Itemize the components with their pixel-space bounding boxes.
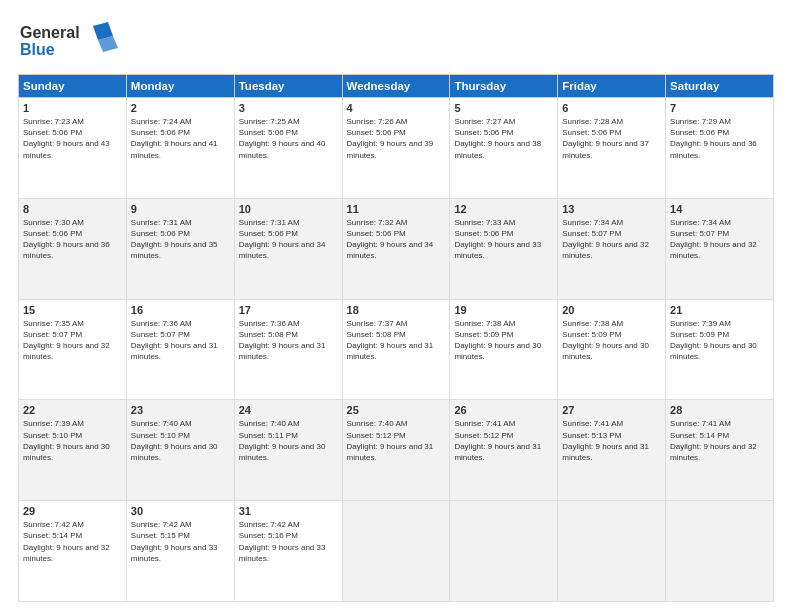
header-row: Sunday Monday Tuesday Wednesday Thursday… xyxy=(19,75,774,98)
table-row: 9 Sunrise: 7:31 AMSunset: 5:06 PMDayligh… xyxy=(126,198,234,299)
table-row: 30 Sunrise: 7:42 AMSunset: 5:15 PMDaylig… xyxy=(126,501,234,602)
table-row: 23 Sunrise: 7:40 AMSunset: 5:10 PMDaylig… xyxy=(126,400,234,501)
calendar-row: 29 Sunrise: 7:42 AMSunset: 5:14 PMDaylig… xyxy=(19,501,774,602)
day-number: 17 xyxy=(239,304,338,316)
day-number: 28 xyxy=(670,404,769,416)
table-row: 22 Sunrise: 7:39 AMSunset: 5:10 PMDaylig… xyxy=(19,400,127,501)
table-row: 6 Sunrise: 7:28 AMSunset: 5:06 PMDayligh… xyxy=(558,98,666,199)
day-info: Sunrise: 7:30 AMSunset: 5:06 PMDaylight:… xyxy=(23,217,122,262)
table-row: 17 Sunrise: 7:36 AMSunset: 5:08 PMDaylig… xyxy=(234,299,342,400)
table-row: 11 Sunrise: 7:32 AMSunset: 5:06 PMDaylig… xyxy=(342,198,450,299)
logo: General Blue xyxy=(18,18,123,64)
day-number: 13 xyxy=(562,203,661,215)
page: General Blue Sunday Monday Tuesday Wedne… xyxy=(0,0,792,612)
day-number: 14 xyxy=(670,203,769,215)
day-number: 24 xyxy=(239,404,338,416)
day-number: 19 xyxy=(454,304,553,316)
day-info: Sunrise: 7:27 AMSunset: 5:06 PMDaylight:… xyxy=(454,116,553,161)
logo-icon: General Blue xyxy=(18,18,123,60)
table-row: 13 Sunrise: 7:34 AMSunset: 5:07 PMDaylig… xyxy=(558,198,666,299)
calendar-row: 22 Sunrise: 7:39 AMSunset: 5:10 PMDaylig… xyxy=(19,400,774,501)
table-row: 7 Sunrise: 7:29 AMSunset: 5:06 PMDayligh… xyxy=(666,98,774,199)
table-row: 3 Sunrise: 7:25 AMSunset: 5:06 PMDayligh… xyxy=(234,98,342,199)
calendar-row: 15 Sunrise: 7:35 AMSunset: 5:07 PMDaylig… xyxy=(19,299,774,400)
day-number: 27 xyxy=(562,404,661,416)
col-sunday: Sunday xyxy=(19,75,127,98)
table-row: 25 Sunrise: 7:40 AMSunset: 5:12 PMDaylig… xyxy=(342,400,450,501)
day-number: 26 xyxy=(454,404,553,416)
table-row xyxy=(342,501,450,602)
day-info: Sunrise: 7:23 AMSunset: 5:06 PMDaylight:… xyxy=(23,116,122,161)
table-row: 12 Sunrise: 7:33 AMSunset: 5:06 PMDaylig… xyxy=(450,198,558,299)
day-number: 30 xyxy=(131,505,230,517)
day-number: 5 xyxy=(454,102,553,114)
day-number: 12 xyxy=(454,203,553,215)
svg-text:Blue: Blue xyxy=(20,41,55,58)
day-number: 16 xyxy=(131,304,230,316)
day-info: Sunrise: 7:42 AMSunset: 5:16 PMDaylight:… xyxy=(239,519,338,564)
table-row xyxy=(450,501,558,602)
day-number: 23 xyxy=(131,404,230,416)
day-number: 1 xyxy=(23,102,122,114)
col-tuesday: Tuesday xyxy=(234,75,342,98)
day-info: Sunrise: 7:32 AMSunset: 5:06 PMDaylight:… xyxy=(347,217,446,262)
day-number: 29 xyxy=(23,505,122,517)
day-info: Sunrise: 7:31 AMSunset: 5:06 PMDaylight:… xyxy=(131,217,230,262)
day-info: Sunrise: 7:28 AMSunset: 5:06 PMDaylight:… xyxy=(562,116,661,161)
day-info: Sunrise: 7:38 AMSunset: 5:09 PMDaylight:… xyxy=(454,318,553,363)
day-info: Sunrise: 7:26 AMSunset: 5:06 PMDaylight:… xyxy=(347,116,446,161)
col-thursday: Thursday xyxy=(450,75,558,98)
table-row: 15 Sunrise: 7:35 AMSunset: 5:07 PMDaylig… xyxy=(19,299,127,400)
table-row: 31 Sunrise: 7:42 AMSunset: 5:16 PMDaylig… xyxy=(234,501,342,602)
day-info: Sunrise: 7:35 AMSunset: 5:07 PMDaylight:… xyxy=(23,318,122,363)
day-info: Sunrise: 7:41 AMSunset: 5:13 PMDaylight:… xyxy=(562,418,661,463)
table-row: 4 Sunrise: 7:26 AMSunset: 5:06 PMDayligh… xyxy=(342,98,450,199)
col-wednesday: Wednesday xyxy=(342,75,450,98)
day-number: 8 xyxy=(23,203,122,215)
day-number: 3 xyxy=(239,102,338,114)
day-number: 9 xyxy=(131,203,230,215)
day-number: 18 xyxy=(347,304,446,316)
calendar-table: Sunday Monday Tuesday Wednesday Thursday… xyxy=(18,74,774,602)
table-row: 21 Sunrise: 7:39 AMSunset: 5:09 PMDaylig… xyxy=(666,299,774,400)
day-number: 25 xyxy=(347,404,446,416)
table-row: 24 Sunrise: 7:40 AMSunset: 5:11 PMDaylig… xyxy=(234,400,342,501)
day-info: Sunrise: 7:34 AMSunset: 5:07 PMDaylight:… xyxy=(670,217,769,262)
day-info: Sunrise: 7:41 AMSunset: 5:14 PMDaylight:… xyxy=(670,418,769,463)
table-row: 16 Sunrise: 7:36 AMSunset: 5:07 PMDaylig… xyxy=(126,299,234,400)
day-info: Sunrise: 7:42 AMSunset: 5:15 PMDaylight:… xyxy=(131,519,230,564)
table-row xyxy=(666,501,774,602)
col-monday: Monday xyxy=(126,75,234,98)
day-info: Sunrise: 7:39 AMSunset: 5:09 PMDaylight:… xyxy=(670,318,769,363)
calendar-row: 8 Sunrise: 7:30 AMSunset: 5:06 PMDayligh… xyxy=(19,198,774,299)
day-info: Sunrise: 7:36 AMSunset: 5:07 PMDaylight:… xyxy=(131,318,230,363)
day-number: 11 xyxy=(347,203,446,215)
table-row: 29 Sunrise: 7:42 AMSunset: 5:14 PMDaylig… xyxy=(19,501,127,602)
day-info: Sunrise: 7:41 AMSunset: 5:12 PMDaylight:… xyxy=(454,418,553,463)
table-row: 19 Sunrise: 7:38 AMSunset: 5:09 PMDaylig… xyxy=(450,299,558,400)
table-row: 14 Sunrise: 7:34 AMSunset: 5:07 PMDaylig… xyxy=(666,198,774,299)
day-info: Sunrise: 7:40 AMSunset: 5:12 PMDaylight:… xyxy=(347,418,446,463)
day-number: 22 xyxy=(23,404,122,416)
table-row: 10 Sunrise: 7:31 AMSunset: 5:06 PMDaylig… xyxy=(234,198,342,299)
day-number: 6 xyxy=(562,102,661,114)
day-info: Sunrise: 7:40 AMSunset: 5:10 PMDaylight:… xyxy=(131,418,230,463)
day-info: Sunrise: 7:38 AMSunset: 5:09 PMDaylight:… xyxy=(562,318,661,363)
day-number: 4 xyxy=(347,102,446,114)
day-info: Sunrise: 7:29 AMSunset: 5:06 PMDaylight:… xyxy=(670,116,769,161)
table-row: 2 Sunrise: 7:24 AMSunset: 5:06 PMDayligh… xyxy=(126,98,234,199)
table-row: 20 Sunrise: 7:38 AMSunset: 5:09 PMDaylig… xyxy=(558,299,666,400)
svg-text:General: General xyxy=(20,24,80,41)
table-row: 26 Sunrise: 7:41 AMSunset: 5:12 PMDaylig… xyxy=(450,400,558,501)
col-saturday: Saturday xyxy=(666,75,774,98)
table-row: 28 Sunrise: 7:41 AMSunset: 5:14 PMDaylig… xyxy=(666,400,774,501)
day-number: 31 xyxy=(239,505,338,517)
day-number: 2 xyxy=(131,102,230,114)
table-row: 18 Sunrise: 7:37 AMSunset: 5:08 PMDaylig… xyxy=(342,299,450,400)
table-row: 1 Sunrise: 7:23 AMSunset: 5:06 PMDayligh… xyxy=(19,98,127,199)
day-number: 15 xyxy=(23,304,122,316)
day-info: Sunrise: 7:34 AMSunset: 5:07 PMDaylight:… xyxy=(562,217,661,262)
header: General Blue xyxy=(18,18,774,64)
day-number: 20 xyxy=(562,304,661,316)
day-info: Sunrise: 7:42 AMSunset: 5:14 PMDaylight:… xyxy=(23,519,122,564)
